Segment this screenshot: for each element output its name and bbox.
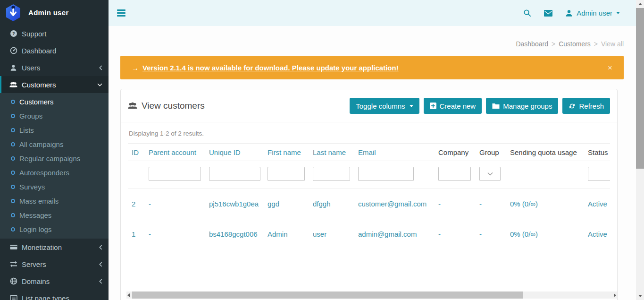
globe-icon bbox=[9, 277, 17, 285]
sidebar-item-label: Domains bbox=[22, 277, 50, 285]
sidebar-item-dashboard[interactable]: Dashboard bbox=[0, 42, 109, 59]
cell-first-name[interactable]: Admin bbox=[264, 219, 309, 249]
customers-submenu: Customers Groups Lists All campaigns Reg… bbox=[0, 93, 109, 239]
plus-square-icon bbox=[430, 103, 436, 109]
sidebar-subitem-label: All campaigns bbox=[19, 140, 63, 148]
user-menu[interactable]: Admin user bbox=[565, 9, 620, 17]
toggle-columns-button[interactable]: Toggle columns bbox=[350, 98, 419, 114]
cell-parent-account: - bbox=[145, 189, 205, 219]
status-filter-input[interactable] bbox=[588, 167, 610, 181]
circle-icon bbox=[11, 171, 15, 175]
horizontal-scrollbar[interactable] bbox=[126, 291, 617, 299]
sidebar-subitem-label: Login logs bbox=[19, 225, 51, 233]
view-customers-panel: View customers Toggle columns Create new bbox=[120, 89, 618, 300]
create-new-button[interactable]: Create new bbox=[424, 98, 482, 114]
unique-id-filter-input[interactable] bbox=[209, 167, 260, 181]
column-header-sending-quota-usage: Sending quota usage bbox=[506, 144, 584, 161]
cell-status[interactable]: Active bbox=[584, 189, 610, 219]
update-alert-link[interactable]: Version 2.1.4 is now available for downl… bbox=[142, 64, 399, 72]
sidebar-subitem-surveys[interactable]: Surveys bbox=[0, 180, 109, 194]
sidebar-subitem-autoresponders[interactable]: Autoresponders bbox=[0, 165, 109, 180]
page-title-label: View customers bbox=[142, 101, 205, 111]
breadcrumb-current: View all bbox=[601, 40, 624, 48]
sidebar-subitem-messages[interactable]: Messages bbox=[0, 208, 109, 222]
sidebar-subitem-label: Customers bbox=[19, 98, 54, 106]
customers-table: ID Parent account Unique ID First name L… bbox=[128, 144, 610, 249]
sidebar-item-label: Support bbox=[22, 30, 47, 38]
sidebar-item-users[interactable]: Users bbox=[0, 59, 109, 76]
arrow-right-icon: → bbox=[132, 64, 139, 72]
cell-company: - bbox=[435, 189, 476, 219]
cell-last-name[interactable]: user bbox=[309, 219, 354, 249]
sidebar-subitem-regular-campaigns[interactable]: Regular campaigns bbox=[0, 151, 109, 165]
cell-status[interactable]: Active bbox=[584, 219, 610, 249]
dashboard-icon bbox=[9, 47, 17, 55]
users-group-icon bbox=[128, 102, 137, 110]
sidebar-item-servers[interactable]: Servers bbox=[0, 256, 109, 273]
sidebar-item-monetization[interactable]: Monetization bbox=[0, 239, 109, 256]
cell-last-name[interactable]: dfggh bbox=[309, 189, 354, 219]
sidebar-subitem-lists[interactable]: Lists bbox=[0, 123, 109, 137]
messages-envelope-icon[interactable] bbox=[544, 10, 552, 17]
cell-unique-id[interactable]: pj516cwb1g0ea bbox=[205, 189, 264, 219]
circle-icon bbox=[11, 213, 15, 217]
column-header-parent-account[interactable]: Parent account bbox=[145, 144, 205, 161]
topbar-right: Admin user bbox=[523, 9, 636, 17]
brand[interactable]: Admin user bbox=[0, 0, 109, 25]
column-header-email[interactable]: Email bbox=[354, 144, 435, 161]
email-filter-input[interactable] bbox=[358, 167, 414, 181]
breadcrumb-dashboard[interactable]: Dashboard bbox=[516, 40, 548, 48]
column-header-id[interactable]: ID bbox=[128, 144, 145, 161]
sidebar-item-customers[interactable]: Customers bbox=[0, 76, 109, 93]
sidebar-item-support[interactable]: ? Support bbox=[0, 25, 109, 42]
refresh-button[interactable]: Refresh bbox=[562, 98, 610, 114]
breadcrumb-customers[interactable]: Customers bbox=[559, 40, 591, 48]
manage-groups-button[interactable]: Manage groups bbox=[486, 98, 558, 114]
scroll-up-arrow-icon[interactable] bbox=[638, 3, 642, 5]
sidebar-subitem-customers[interactable]: Customers bbox=[0, 94, 109, 109]
chevron-left-icon bbox=[99, 279, 102, 284]
scroll-left-arrow-icon[interactable] bbox=[127, 293, 130, 297]
sidebar-subitem-label: Messages bbox=[19, 211, 51, 219]
column-header-status: Status bbox=[584, 144, 610, 161]
close-icon[interactable]: × bbox=[608, 64, 612, 72]
circle-icon bbox=[11, 227, 15, 231]
first-name-filter-input[interactable] bbox=[268, 167, 305, 181]
cell-id[interactable]: 1 bbox=[128, 219, 145, 249]
table-header-row: ID Parent account Unique ID First name L… bbox=[128, 144, 610, 161]
sidebar-item-domains[interactable]: Domains bbox=[0, 273, 109, 290]
cell-email[interactable]: customer@gmail.com bbox=[354, 189, 435, 219]
group-filter-select[interactable] bbox=[479, 167, 501, 181]
vertical-scrollbar-thumb[interactable] bbox=[636, 8, 644, 169]
circle-icon bbox=[11, 142, 15, 146]
chevron-down-icon bbox=[97, 83, 102, 86]
sidebar-subitem-login-logs[interactable]: Login logs bbox=[0, 222, 109, 236]
sidebar-toggle-button[interactable] bbox=[115, 6, 127, 20]
list-icon bbox=[9, 294, 17, 300]
column-header-first-name[interactable]: First name bbox=[264, 144, 309, 161]
search-icon[interactable] bbox=[523, 9, 531, 17]
company-filter-input[interactable] bbox=[438, 167, 471, 181]
cell-company: - bbox=[435, 219, 476, 249]
sidebar-item-label: Customers bbox=[22, 81, 56, 89]
sidebar-subitem-groups[interactable]: Groups bbox=[0, 109, 109, 123]
scroll-down-arrow-icon[interactable] bbox=[638, 295, 642, 297]
column-header-unique-id[interactable]: Unique ID bbox=[205, 144, 264, 161]
scroll-right-arrow-icon[interactable] bbox=[614, 293, 616, 297]
sidebar-subitem-all-campaigns[interactable]: All campaigns bbox=[0, 137, 109, 151]
sidebar-subitem-mass-emails[interactable]: Mass emails bbox=[0, 194, 109, 208]
parent-account-filter-input[interactable] bbox=[149, 167, 201, 181]
cell-id[interactable]: 2 bbox=[128, 189, 145, 219]
sidebar-subitem-label: Groups bbox=[19, 112, 42, 120]
cell-unique-id[interactable]: bs4168gcgt006 bbox=[205, 219, 264, 249]
table-filter-row bbox=[128, 161, 610, 189]
cell-email[interactable]: admin@gmail.com bbox=[354, 219, 435, 249]
cell-group: - bbox=[476, 189, 506, 219]
sidebar-item-list-page-types[interactable]: List page types bbox=[0, 290, 109, 300]
vertical-scrollbar[interactable] bbox=[636, 0, 644, 300]
last-name-filter-input[interactable] bbox=[313, 167, 350, 181]
cell-first-name[interactable]: ggd bbox=[264, 189, 309, 219]
column-header-last-name[interactable]: Last name bbox=[309, 144, 354, 161]
horizontal-scrollbar-thumb[interactable] bbox=[132, 291, 523, 299]
user-icon bbox=[9, 64, 17, 72]
